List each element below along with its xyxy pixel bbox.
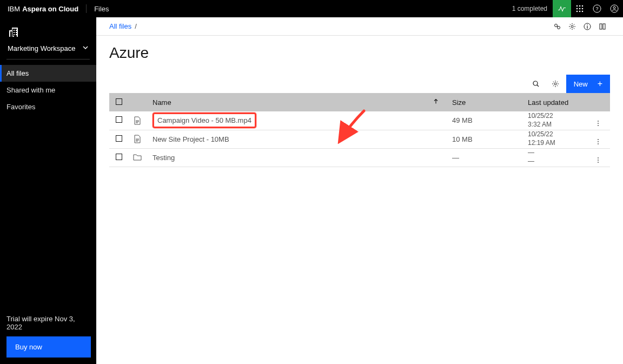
- view-toggle-icon[interactable]: [595, 19, 610, 34]
- svg-point-7: [579, 11, 581, 12]
- workspace-name: Marketing Workspace: [8, 44, 75, 52]
- svg-point-15: [571, 25, 573, 28]
- main-content: All files / Azure New +: [96, 17, 623, 364]
- top-header: IBM Aspera on Cloud Files 1 completed ?: [0, 0, 623, 17]
- sidebar-nav: All files Shared with me Favorites: [0, 65, 96, 115]
- svg-rect-20: [603, 24, 605, 29]
- last-updated: 10/25/223:32 AM: [521, 111, 586, 130]
- row-menu-icon[interactable]: [586, 148, 610, 167]
- updated-column-header[interactable]: Last updated: [521, 93, 586, 111]
- file-icon: [133, 111, 146, 130]
- table-row[interactable]: New Site Project - 10MB10 MB10/25/2212:1…: [109, 130, 610, 148]
- svg-point-17: [587, 24, 588, 25]
- user-icon[interactable]: [606, 0, 623, 17]
- row-checkbox[interactable]: [109, 148, 133, 167]
- svg-point-22: [554, 83, 556, 85]
- file-table: Name Size Last updated Campaign Video - …: [109, 93, 610, 167]
- sidebar-item-shared[interactable]: Shared with me: [0, 82, 96, 98]
- svg-point-3: [576, 8, 578, 10]
- sidebar: Marketing Workspace All files Shared wit…: [0, 17, 96, 364]
- folder-icon: [133, 148, 146, 167]
- sort-arrow-icon: [433, 98, 439, 107]
- svg-rect-18: [587, 26, 587, 29]
- svg-point-21: [533, 81, 538, 85]
- gear-icon[interactable]: [547, 75, 564, 92]
- select-all-header[interactable]: [109, 93, 133, 111]
- content-panel: New + Name Size Last updated: [96, 75, 623, 180]
- title-area: Azure: [96, 36, 623, 75]
- sidebar-item-favorites[interactable]: Favorites: [0, 98, 96, 115]
- last-updated: ——: [521, 148, 586, 167]
- breadcrumb-bar: All files /: [96, 17, 623, 36]
- info-icon[interactable]: [580, 19, 595, 34]
- file-name[interactable]: New Site Project - 10MB: [146, 130, 446, 148]
- size-column-header[interactable]: Size: [446, 93, 521, 111]
- file-icon: [133, 130, 146, 148]
- workspace-icon: [8, 26, 89, 39]
- page-title: Azure: [109, 44, 610, 62]
- svg-point-13: [555, 24, 558, 27]
- svg-point-0: [576, 5, 578, 7]
- trial-text: Trial will expire Nov 3, 2022: [6, 315, 90, 331]
- name-column-header[interactable]: Name: [146, 93, 446, 111]
- new-button-label: New: [574, 80, 588, 88]
- breadcrumb-root[interactable]: All files: [109, 22, 131, 30]
- svg-point-4: [579, 8, 581, 10]
- file-name[interactable]: Campaign Video - 50 MB.mp4: [146, 111, 446, 130]
- svg-text:?: ?: [595, 6, 598, 11]
- settings-icon[interactable]: [565, 19, 580, 34]
- file-size: —: [446, 148, 521, 167]
- svg-point-8: [582, 11, 584, 12]
- help-icon[interactable]: ?: [588, 0, 606, 17]
- new-button[interactable]: New +: [566, 75, 610, 93]
- share-icon[interactable]: [549, 19, 565, 34]
- brand-product: Aspera on Cloud: [22, 5, 78, 13]
- files-link[interactable]: Files: [94, 5, 109, 13]
- brand: IBM Aspera on Cloud: [8, 5, 78, 13]
- last-updated: 10/25/2212:19 AM: [521, 130, 586, 148]
- table-row[interactable]: Campaign Video - 50 MB.mp449 MB10/25/223…: [109, 111, 610, 130]
- sidebar-item-all-files[interactable]: All files: [0, 65, 96, 82]
- file-size: 10 MB: [446, 130, 521, 148]
- svg-rect-19: [600, 24, 602, 29]
- file-size: 49 MB: [446, 111, 521, 130]
- row-menu-icon[interactable]: [586, 111, 610, 130]
- breadcrumb-sep: /: [135, 22, 137, 30]
- row-menu-icon[interactable]: [586, 130, 610, 148]
- search-icon[interactable]: [527, 75, 545, 92]
- table-header-row: Name Size Last updated: [109, 93, 610, 111]
- row-checkbox[interactable]: [109, 111, 133, 130]
- chevron-down-icon: [82, 44, 89, 52]
- header-divider: [86, 4, 87, 13]
- workspace-selector[interactable]: Marketing Workspace: [0, 17, 96, 59]
- sidebar-divider: [6, 59, 90, 59]
- svg-point-1: [579, 5, 581, 7]
- buy-now-button[interactable]: Buy now: [6, 336, 91, 358]
- svg-point-2: [582, 5, 584, 7]
- apps-icon[interactable]: [571, 0, 588, 17]
- row-checkbox[interactable]: [109, 130, 133, 148]
- file-toolbar: New +: [109, 75, 610, 93]
- file-name[interactable]: Testing: [146, 148, 446, 167]
- plus-icon: +: [598, 79, 602, 89]
- transfer-status[interactable]: 1 completed: [512, 5, 547, 12]
- table-row[interactable]: Testing———: [109, 148, 610, 167]
- svg-point-5: [582, 8, 584, 10]
- sidebar-footer: Trial will expire Nov 3, 2022 Buy now: [0, 308, 96, 364]
- brand-prefix: IBM: [8, 5, 20, 13]
- svg-point-12: [613, 6, 615, 9]
- svg-point-6: [576, 11, 578, 12]
- activity-icon[interactable]: [553, 0, 571, 17]
